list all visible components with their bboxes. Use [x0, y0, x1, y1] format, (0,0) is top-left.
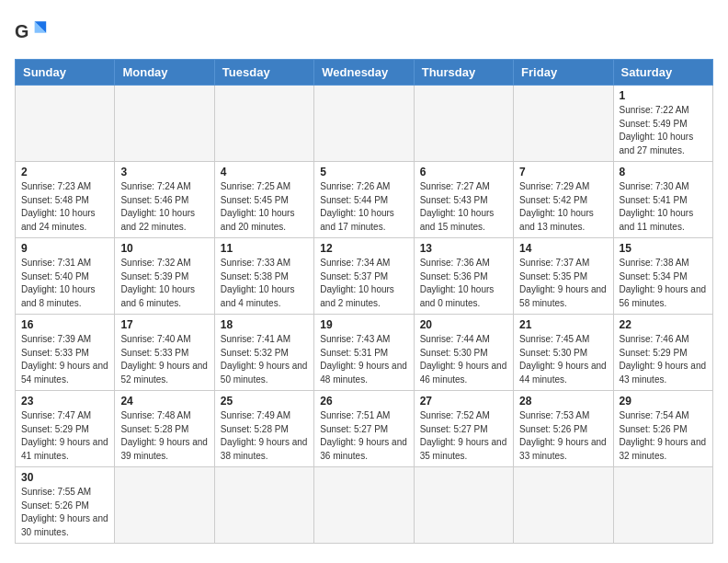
day-header-saturday: Saturday [613, 60, 712, 86]
calendar-cell: 25Sunrise: 7:49 AM Sunset: 5:28 PM Dayli… [214, 391, 313, 467]
day-number: 4 [221, 166, 308, 178]
day-info: Sunrise: 7:41 AM Sunset: 5:32 PM Dayligh… [221, 333, 308, 386]
calendar-cell: 16Sunrise: 7:39 AM Sunset: 5:33 PM Dayli… [16, 315, 115, 391]
day-info: Sunrise: 7:52 AM Sunset: 5:27 PM Dayligh… [420, 409, 507, 463]
calendar-cell: 22Sunrise: 7:46 AM Sunset: 5:29 PM Dayli… [613, 315, 712, 391]
calendar-cell: 26Sunrise: 7:51 AM Sunset: 5:27 PM Dayli… [314, 391, 414, 467]
calendar-cell: 11Sunrise: 7:33 AM Sunset: 5:38 PM Dayli… [214, 238, 313, 315]
calendar-week-row: 1Sunrise: 7:22 AM Sunset: 5:49 PM Daylig… [16, 86, 713, 162]
day-info: Sunrise: 7:25 AM Sunset: 5:45 PM Dayligh… [221, 180, 308, 234]
day-info: Sunrise: 7:49 AM Sunset: 5:28 PM Dayligh… [221, 409, 308, 463]
day-number: 17 [120, 318, 208, 331]
calendar-cell: 23Sunrise: 7:47 AM Sunset: 5:29 PM Dayli… [16, 391, 115, 467]
day-info: Sunrise: 7:33 AM Sunset: 5:38 PM Dayligh… [221, 257, 308, 310]
calendar-cell: 19Sunrise: 7:43 AM Sunset: 5:31 PM Dayli… [314, 315, 414, 391]
calendar-cell: 13Sunrise: 7:36 AM Sunset: 5:36 PM Dayli… [414, 238, 513, 315]
day-info: Sunrise: 7:34 AM Sunset: 5:37 PM Dayligh… [320, 257, 407, 310]
calendar-cell: 5Sunrise: 7:26 AM Sunset: 5:44 PM Daylig… [314, 162, 414, 238]
day-header-thursday: Thursday [414, 60, 513, 86]
calendar-cell: 2Sunrise: 7:23 AM Sunset: 5:48 PM Daylig… [16, 162, 115, 238]
day-info: Sunrise: 7:30 AM Sunset: 5:41 PM Dayligh… [620, 180, 707, 234]
day-number: 6 [420, 166, 507, 178]
calendar-header-row: SundayMondayTuesdayWednesdayThursdayFrid… [16, 60, 713, 86]
calendar-cell [514, 86, 613, 162]
logo: G [15, 15, 53, 48]
calendar-week-row: 23Sunrise: 7:47 AM Sunset: 5:29 PM Dayli… [16, 391, 713, 467]
day-number: 30 [21, 471, 108, 484]
day-info: Sunrise: 7:37 AM Sunset: 5:35 PM Dayligh… [519, 257, 607, 310]
day-number: 7 [519, 166, 607, 178]
calendar-cell [613, 467, 712, 544]
day-number: 25 [221, 395, 308, 408]
calendar-cell [115, 86, 214, 162]
calendar-cell [314, 467, 414, 544]
day-number: 23 [21, 395, 108, 408]
calendar-cell [214, 467, 313, 544]
day-info: Sunrise: 7:45 AM Sunset: 5:30 PM Dayligh… [519, 333, 607, 386]
calendar-week-row: 2Sunrise: 7:23 AM Sunset: 5:48 PM Daylig… [16, 162, 713, 238]
day-number: 5 [320, 166, 407, 178]
day-info: Sunrise: 7:27 AM Sunset: 5:43 PM Dayligh… [420, 180, 507, 234]
svg-text:G: G [15, 21, 28, 41]
day-number: 9 [21, 242, 108, 255]
day-info: Sunrise: 7:47 AM Sunset: 5:29 PM Dayligh… [21, 409, 108, 463]
day-header-tuesday: Tuesday [214, 60, 313, 86]
calendar-week-row: 9Sunrise: 7:31 AM Sunset: 5:40 PM Daylig… [16, 238, 713, 315]
day-number: 11 [221, 242, 308, 255]
calendar-week-row: 16Sunrise: 7:39 AM Sunset: 5:33 PM Dayli… [16, 315, 713, 391]
day-number: 22 [620, 318, 707, 331]
day-info: Sunrise: 7:32 AM Sunset: 5:39 PM Dayligh… [120, 257, 208, 310]
calendar-cell: 30Sunrise: 7:55 AM Sunset: 5:26 PM Dayli… [16, 467, 115, 544]
day-info: Sunrise: 7:53 AM Sunset: 5:26 PM Dayligh… [519, 409, 607, 463]
calendar-cell [16, 86, 115, 162]
calendar-cell: 20Sunrise: 7:44 AM Sunset: 5:30 PM Dayli… [414, 315, 513, 391]
calendar-cell: 9Sunrise: 7:31 AM Sunset: 5:40 PM Daylig… [16, 238, 115, 315]
calendar-cell: 15Sunrise: 7:38 AM Sunset: 5:34 PM Dayli… [613, 238, 712, 315]
day-number: 18 [221, 318, 308, 331]
day-header-monday: Monday [115, 60, 214, 86]
day-info: Sunrise: 7:26 AM Sunset: 5:44 PM Dayligh… [320, 180, 407, 234]
calendar-cell: 8Sunrise: 7:30 AM Sunset: 5:41 PM Daylig… [613, 162, 712, 238]
calendar-cell: 7Sunrise: 7:29 AM Sunset: 5:42 PM Daylig… [514, 162, 613, 238]
day-info: Sunrise: 7:54 AM Sunset: 5:26 PM Dayligh… [620, 409, 707, 463]
calendar-cell: 24Sunrise: 7:48 AM Sunset: 5:28 PM Dayli… [115, 391, 214, 467]
calendar-cell: 12Sunrise: 7:34 AM Sunset: 5:37 PM Dayli… [314, 238, 414, 315]
day-number: 3 [120, 166, 208, 178]
day-info: Sunrise: 7:40 AM Sunset: 5:33 PM Dayligh… [120, 333, 208, 386]
calendar-cell: 10Sunrise: 7:32 AM Sunset: 5:39 PM Dayli… [115, 238, 214, 315]
day-info: Sunrise: 7:31 AM Sunset: 5:40 PM Dayligh… [21, 257, 108, 310]
day-number: 14 [519, 242, 607, 255]
day-number: 10 [120, 242, 208, 255]
calendar-cell [214, 86, 313, 162]
calendar-cell: 28Sunrise: 7:53 AM Sunset: 5:26 PM Dayli… [514, 391, 613, 467]
day-number: 8 [620, 166, 707, 178]
calendar-cell [514, 467, 613, 544]
calendar-cell [115, 467, 214, 544]
day-number: 29 [620, 395, 707, 408]
day-number: 21 [519, 318, 607, 331]
day-info: Sunrise: 7:22 AM Sunset: 5:49 PM Dayligh… [620, 104, 707, 157]
calendar-cell [414, 86, 513, 162]
day-info: Sunrise: 7:46 AM Sunset: 5:29 PM Dayligh… [620, 333, 707, 386]
calendar-cell: 27Sunrise: 7:52 AM Sunset: 5:27 PM Dayli… [414, 391, 513, 467]
calendar-cell: 4Sunrise: 7:25 AM Sunset: 5:45 PM Daylig… [214, 162, 313, 238]
calendar-week-row: 30Sunrise: 7:55 AM Sunset: 5:26 PM Dayli… [16, 467, 713, 544]
day-number: 12 [320, 242, 407, 255]
day-header-friday: Friday [514, 60, 613, 86]
day-info: Sunrise: 7:55 AM Sunset: 5:26 PM Dayligh… [21, 486, 108, 539]
logo-icon: G [15, 15, 48, 48]
day-header-wednesday: Wednesday [314, 60, 414, 86]
calendar-cell [414, 467, 513, 544]
day-info: Sunrise: 7:36 AM Sunset: 5:36 PM Dayligh… [420, 257, 507, 310]
day-info: Sunrise: 7:43 AM Sunset: 5:31 PM Dayligh… [320, 333, 407, 386]
day-info: Sunrise: 7:44 AM Sunset: 5:30 PM Dayligh… [420, 333, 507, 386]
day-number: 16 [21, 318, 108, 331]
calendar-cell: 1Sunrise: 7:22 AM Sunset: 5:49 PM Daylig… [613, 86, 712, 162]
day-number: 28 [519, 395, 607, 408]
day-number: 15 [620, 242, 707, 255]
day-info: Sunrise: 7:38 AM Sunset: 5:34 PM Dayligh… [620, 257, 707, 310]
day-number: 2 [21, 166, 108, 178]
day-info: Sunrise: 7:48 AM Sunset: 5:28 PM Dayligh… [120, 409, 208, 463]
calendar-cell: 21Sunrise: 7:45 AM Sunset: 5:30 PM Dayli… [514, 315, 613, 391]
day-number: 24 [120, 395, 208, 408]
